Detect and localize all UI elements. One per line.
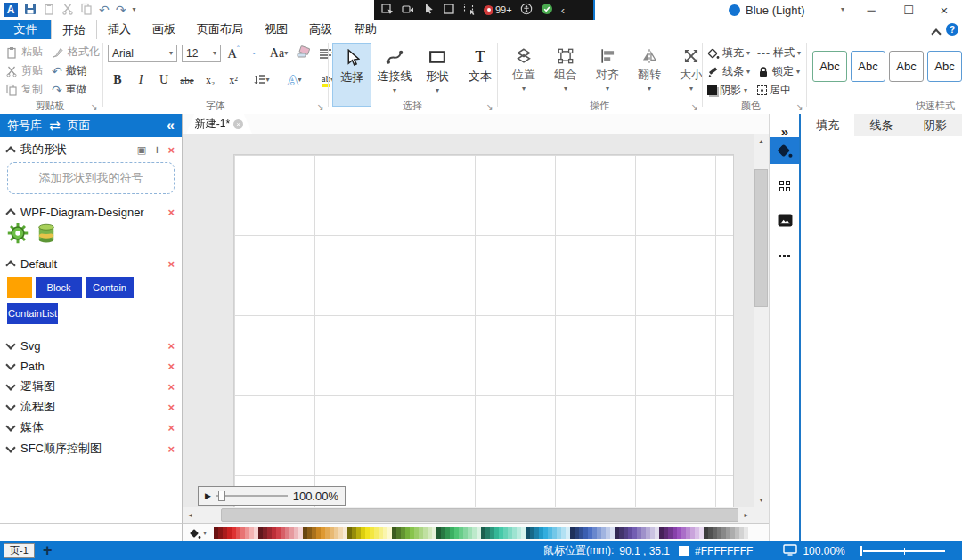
flowchart-section-expand-icon[interactable]: [5, 401, 15, 410]
track-focused-element-icon[interactable]: [463, 3, 476, 18]
display-layout-adorners-icon[interactable]: [443, 3, 455, 18]
position-button[interactable]: 位置▾: [504, 43, 543, 107]
tab-board[interactable]: 画板: [142, 20, 186, 39]
superscript-button[interactable]: x²: [225, 71, 241, 89]
fill-tool-icon[interactable]: [770, 137, 800, 164]
size-button[interactable]: 大小▾: [672, 43, 711, 107]
connector-tool-button[interactable]: 连接线 ▾: [375, 43, 414, 107]
theme-selector[interactable]: Blue (Light): [746, 4, 804, 17]
my-shapes-close-icon[interactable]: ×: [167, 143, 175, 157]
svg-section-expand-icon[interactable]: [5, 339, 15, 349]
gear-shape-item[interactable]: [7, 223, 29, 247]
subscript-button[interactable]: x₂: [202, 71, 218, 89]
palette-swatch[interactable]: [744, 527, 748, 539]
tab-help[interactable]: 帮助: [343, 20, 387, 39]
scroll-left-icon[interactable]: ◂: [183, 507, 198, 523]
operations-dialog-launcher-icon[interactable]: ↘: [691, 103, 698, 111]
cut-button[interactable]: 剪贴: [5, 62, 43, 79]
italic-button[interactable]: I: [133, 71, 149, 89]
drawing-page[interactable]: [233, 154, 734, 507]
bold-button[interactable]: B: [110, 71, 126, 89]
hot-reload-badge-icon[interactable]: [484, 5, 493, 15]
grow-font-button[interactable]: Aˆ: [225, 45, 241, 62]
media-section-expand-icon[interactable]: [5, 421, 15, 431]
media-section-close-icon[interactable]: ×: [167, 421, 175, 434]
default-section-close-icon[interactable]: ×: [167, 257, 175, 271]
paste-button[interactable]: 粘贴: [5, 44, 43, 61]
statusbar-zoom-slider[interactable]: [858, 545, 947, 557]
wpf-section-close-icon[interactable]: ×: [167, 206, 175, 219]
paste-icon[interactable]: [43, 3, 55, 18]
flowchart-section-close-icon[interactable]: ×: [167, 401, 175, 414]
logic-section-close-icon[interactable]: ×: [167, 380, 175, 394]
underline-button[interactable]: U: [156, 71, 172, 89]
containlist-shape-item[interactable]: ContainList: [7, 303, 58, 324]
quick-style-3[interactable]: Abc: [889, 51, 924, 82]
image-tool-icon[interactable]: [770, 207, 800, 233]
symbols-tab[interactable]: 符号库: [7, 118, 42, 134]
select-dialog-launcher-icon[interactable]: ↘: [486, 103, 493, 111]
font-size-select[interactable]: 12▾: [182, 45, 221, 62]
align-button[interactable]: 对齐▾: [588, 43, 627, 107]
group-button[interactable]: 组合▾: [546, 43, 585, 107]
my-shapes-add-icon[interactable]: +: [153, 142, 160, 157]
add-page-icon[interactable]: +: [43, 541, 53, 560]
shrink-font-button[interactable]: ˇ: [246, 45, 262, 62]
quick-fill-icon[interactable]: ▾: [189, 527, 207, 540]
tab-page-layout[interactable]: 页面布局: [186, 20, 254, 39]
minimize-button[interactable]: ─: [853, 0, 889, 20]
change-case-button[interactable]: Aa▾: [266, 45, 291, 62]
close-button[interactable]: ×: [926, 0, 962, 20]
font-family-select[interactable]: Arial▾: [108, 45, 177, 62]
text-effects-button[interactable]: A ▾: [282, 71, 307, 89]
copy-button[interactable]: 复制: [5, 81, 43, 98]
sfc-section-expand-icon[interactable]: [5, 442, 15, 452]
svg-section-close-icon[interactable]: ×: [167, 339, 175, 353]
strikethrough-button[interactable]: abe: [179, 71, 195, 89]
qat-customize-icon[interactable]: ▾: [132, 6, 135, 13]
accessibility-checker-icon[interactable]: [520, 3, 533, 18]
undo-icon[interactable]: ↶: [99, 4, 110, 16]
redo-icon[interactable]: ↷: [116, 4, 126, 16]
contain-shape-item[interactable]: Contain: [86, 277, 134, 298]
tab-insert[interactable]: 插入: [97, 20, 142, 39]
media-section-title[interactable]: 媒体: [20, 419, 44, 435]
undo-button[interactable]: ↶ 撤销: [52, 62, 100, 79]
theme-dropdown-icon[interactable]: ▾: [841, 6, 844, 13]
save-icon[interactable]: [24, 3, 37, 18]
collapse-sidebar-icon[interactable]: «: [167, 118, 175, 134]
svg-section-title[interactable]: Svg: [20, 339, 40, 353]
sfc-section-title[interactable]: SFC顺序控制图: [20, 441, 102, 457]
document-tab[interactable]: 新建-1* ×: [186, 114, 252, 134]
tab-fill[interactable]: 填充: [801, 114, 854, 136]
fill-color-button[interactable]: 填充▾: [707, 45, 750, 61]
my-shapes-window-icon[interactable]: ▣: [137, 144, 146, 156]
page-tab-button[interactable]: 页-1: [4, 543, 35, 558]
zoom-play-icon[interactable]: ▶: [205, 491, 211, 500]
zoom-slider-thumb[interactable]: [218, 491, 225, 501]
shadow-button[interactable]: 阴影▾: [707, 82, 750, 99]
tab-home[interactable]: 开始: [51, 20, 97, 40]
logic-section-title[interactable]: 逻辑图: [20, 378, 55, 394]
go-to-live-visual-tree-icon[interactable]: [381, 3, 394, 18]
tab-view[interactable]: 视图: [254, 20, 298, 39]
path-section-expand-icon[interactable]: [5, 360, 15, 369]
orange-shape-item[interactable]: [7, 277, 32, 298]
horizontal-scrollbar[interactable]: ◂ ▸: [183, 507, 754, 523]
flowchart-section-title[interactable]: 流程图: [20, 399, 55, 415]
statusbar-zoom-thumb[interactable]: [860, 546, 862, 556]
add-shape-dropzone[interactable]: 添加形状到我的符号: [7, 162, 175, 194]
tab-line[interactable]: 线条: [854, 114, 908, 136]
center-button[interactable]: 居中: [757, 82, 801, 99]
maximize-button[interactable]: ☐: [891, 0, 926, 20]
cut-icon[interactable]: [61, 3, 74, 18]
colors-dialog-launcher-icon[interactable]: ↘: [796, 103, 803, 111]
scroll-down-icon[interactable]: ▾: [754, 492, 769, 507]
path-section-title[interactable]: Path: [20, 360, 45, 373]
clipboard-dialog-launcher-icon[interactable]: ↘: [91, 103, 98, 111]
quick-style-1[interactable]: Abc: [812, 51, 847, 82]
text-tool-button[interactable]: T 文本: [461, 43, 500, 107]
copy-icon[interactable]: [80, 3, 93, 18]
more-tools-icon[interactable]: [770, 242, 800, 269]
flip-button[interactable]: 翻转▾: [630, 43, 669, 107]
